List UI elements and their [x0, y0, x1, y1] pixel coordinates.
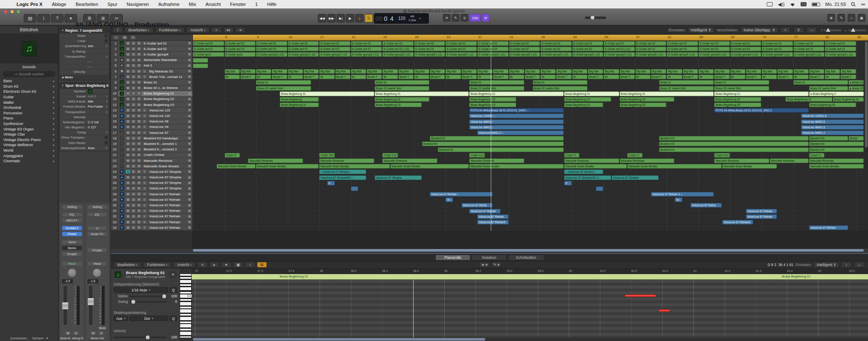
stepper-icon[interactable]: ⇕	[106, 111, 108, 114]
track-solo-button[interactable]: S	[131, 153, 136, 157]
region[interactable]: Bluebird Kit	[438, 147, 564, 152]
region[interactable]: Brass Begleitung 01	[469, 91, 564, 96]
track-solo-button[interactable]: S	[131, 47, 136, 51]
library-item[interactable]: Percussion▸	[0, 111, 58, 116]
region[interactable]: Brush T	[556, 75, 571, 79]
region[interactable]: ● Brass 01	[849, 80, 864, 85]
region[interactable]: E-Guitar gezupft (-12)	[604, 52, 635, 57]
automation-read-button[interactable]: Read	[87, 261, 108, 266]
track-header[interactable]: 15➤MSRIVoiceLive 98	[111, 119, 192, 125]
region[interactable]: Brass Begleitung 01	[564, 91, 619, 96]
region[interactable]: Bluebird Kit	[422, 141, 564, 146]
track-solo-button[interactable]: S	[131, 186, 136, 191]
track-record-dot[interactable]	[188, 87, 191, 89]
snap-select[interactable]: Intelligent ⇕	[688, 27, 715, 33]
editor-menu-bearbeiten[interactable]: Bearbeiten ▾	[114, 262, 141, 268]
track-mute-button[interactable]: M	[125, 164, 131, 168]
track-header[interactable]: 9♫MSRBrass 02 z...te Stimme	[111, 86, 192, 91]
track-record-dot[interactable]	[188, 92, 191, 95]
track-mute-button[interactable]: M	[125, 125, 131, 129]
editor-menu-ansicht[interactable]: Ansicht ▾	[173, 262, 195, 268]
region[interactable]: Brass 01	[533, 80, 587, 85]
track-record-button[interactable]: R	[136, 186, 142, 191]
editor-ruler[interactable]: 3737.237.337.43838.238.338.43939.239.339…	[192, 269, 868, 274]
menu-item-navigieren[interactable]: Navigieren	[122, 2, 154, 7]
region[interactable]: Brass Begleitung 02	[564, 97, 611, 102]
track-lane[interactable]: Bluebird KitBluebird KitBluebird KitBlue…	[193, 136, 868, 141]
track-record-dot[interactable]	[188, 42, 191, 44]
track-header[interactable]: 23⁘MSRManuelle Snare Breaks	[111, 164, 192, 169]
back-icon[interactable]: ⤴	[113, 27, 123, 33]
library-item[interactable]: Vintage Clav▸	[0, 132, 58, 137]
region[interactable]: Br	[540, 75, 556, 79]
track-record-dot[interactable]	[188, 187, 191, 190]
region[interactable]: E-Guitar auf 02	[762, 47, 793, 51]
bounce-button[interactable]: Bnce	[97, 326, 108, 330]
editor-snap-select[interactable]: Intelligent ⇕	[814, 262, 839, 268]
region[interactable]: ○ VoiceLive 67 Strophe ○	[319, 169, 366, 174]
region[interactable]: E-Guitar auf 02	[509, 41, 540, 46]
track-input-button[interactable]: I	[142, 209, 147, 213]
track-solo-button[interactable]: S	[131, 125, 136, 129]
region[interactable]: Brass 02 zweite Stim	[809, 86, 848, 91]
catch-icon[interactable]: ▸	[209, 262, 220, 268]
region[interactable]: E-Guitar auf 02	[825, 47, 856, 51]
region[interactable]: Br	[414, 75, 429, 79]
track-solo-button[interactable]: S	[131, 91, 136, 96]
region[interactable]: E-Guitar auf 02	[698, 41, 730, 46]
track-solo-button[interactable]: S	[131, 75, 136, 79]
region[interactable]: E-Guitar gezupft (-12)	[698, 52, 730, 57]
volume-fader[interactable]	[64, 286, 67, 325]
track-record-dot[interactable]	[188, 126, 191, 128]
track-lane[interactable]: E-Guitar auf 02E-Guitar auf 02E-Guitar a…	[193, 41, 868, 46]
region[interactable]: Bluebird Kit	[430, 136, 564, 141]
library-item[interactable]: Vintage Electric Piano▸	[0, 137, 58, 143]
editor-playhead[interactable]	[413, 280, 414, 338]
piano-keys[interactable]	[180, 274, 192, 338]
region[interactable]: Big Mar	[367, 69, 382, 74]
region[interactable]: Br	[825, 75, 840, 79]
track-mute-button[interactable]: M	[125, 47, 131, 51]
region[interactable]: Brush T	[335, 75, 351, 79]
region[interactable]: E-Guitar auf 02 (-12)	[604, 47, 635, 51]
region[interactable]: Brass Begleitung 02	[714, 97, 761, 102]
region[interactable]: VoiceLive 67 Refrain	[477, 214, 509, 219]
track-header[interactable]: 18⁘MSRBluebird Kit Handclaps	[111, 136, 192, 141]
track-solo-button[interactable]: S	[131, 209, 136, 213]
track-mute-button[interactable]: M	[125, 91, 131, 96]
region[interactable]: E-Guitar gezupft (-12)	[351, 52, 382, 57]
checkbox[interactable]	[105, 34, 108, 37]
track-record-button[interactable]: R	[136, 69, 142, 73]
track-mute-button[interactable]: M	[125, 175, 131, 180]
region[interactable]: Crash Cim	[714, 153, 729, 158]
region[interactable]: Brass Begleitung 01	[280, 91, 374, 96]
library-save-button[interactable]: Sichern	[32, 336, 44, 340]
strip-send[interactable]: Send	[62, 240, 82, 244]
track-record-button[interactable]: R	[136, 209, 142, 213]
fader-cap[interactable]	[62, 302, 69, 310]
region[interactable]: Big Mar	[509, 69, 524, 74]
track-solo-button[interactable]: S	[131, 141, 136, 146]
track-lane[interactable]: VoiceLive 67 Strophe#01 ○VoiceLive 67 St…	[193, 175, 868, 180]
snap-icon[interactable]: ⇥	[235, 27, 245, 33]
master-volume-slider[interactable]	[585, 17, 606, 19]
inspector-row-value[interactable]: - -	[86, 60, 108, 64]
region[interactable]: Brush T	[651, 75, 666, 79]
region[interactable]: Brass Begleitung 01	[620, 91, 714, 96]
track-record-dot[interactable]	[188, 109, 191, 111]
region[interactable]: VoiceLive 96#01.6	[801, 125, 864, 130]
bar-ruler[interactable]: 5913172125293337414549535761656973778185	[193, 35, 868, 41]
region[interactable]: Brass 01	[659, 80, 714, 85]
track-input-button[interactable]: I	[142, 186, 147, 191]
track-solo-button[interactable]: S	[131, 225, 136, 230]
region[interactable]: Bluebird Kit	[659, 136, 809, 141]
menu-icon[interactable]: ≡	[198, 262, 208, 268]
vertical-zoom-slider-track[interactable]	[823, 29, 841, 31]
tab-schritteditor[interactable]: Schritteditor	[508, 255, 544, 261]
region[interactable]: Brass 01	[256, 80, 311, 85]
editor-scrollbar[interactable]	[192, 338, 868, 341]
region[interactable]: VoiceLive 67 Refrai	[690, 203, 722, 208]
track-record-button[interactable]: R	[136, 130, 142, 135]
region[interactable]: Br	[572, 75, 587, 79]
region[interactable]: VoiceLive 67 Refrain.3 ○	[651, 192, 714, 197]
